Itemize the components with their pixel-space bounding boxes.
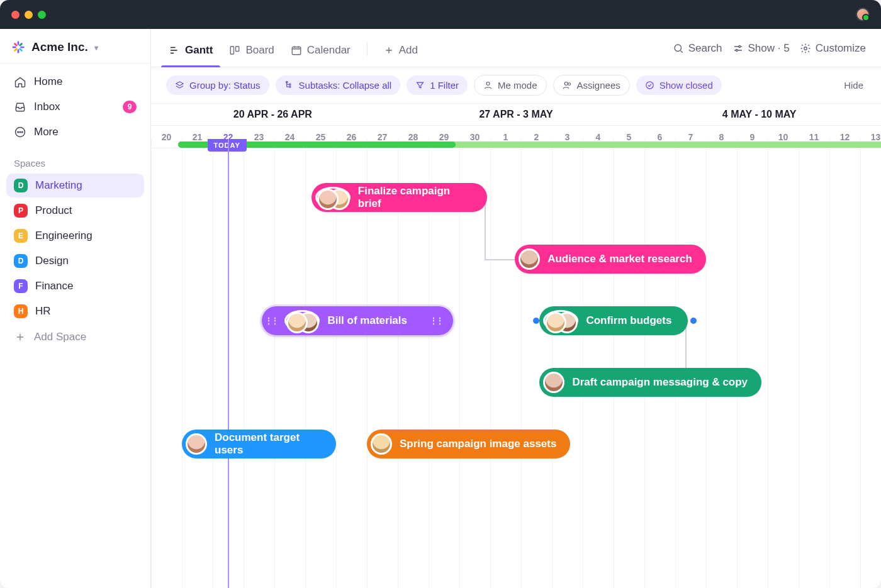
gantt-task[interactable]: Finalize campaign brief <box>311 183 487 212</box>
customize-button[interactable]: Customize <box>800 42 866 55</box>
me-mode-pill[interactable]: Me mode <box>474 75 547 96</box>
people-icon <box>563 80 572 90</box>
sidebar: Acme Inc. ▾ Home Inbox 9 More Spaces DMa… <box>0 29 151 588</box>
sidebar-space-hr[interactable]: HHR <box>6 299 144 323</box>
tab-divider <box>367 42 368 56</box>
spaces-heading: Spaces <box>0 147 150 172</box>
svg-point-8 <box>738 46 740 48</box>
week-header: 20 APR - 26 APR <box>151 104 395 125</box>
tab-calendar-label: Calendar <box>307 44 351 57</box>
plus-icon <box>384 45 394 55</box>
assignee-avatar <box>371 433 392 455</box>
home-icon <box>14 75 26 88</box>
hide-filters-button[interactable]: Hide <box>841 75 866 95</box>
chevron-down-icon: ▾ <box>94 43 98 52</box>
gantt-task[interactable]: Audience & market research <box>515 245 706 274</box>
gridline <box>614 139 614 588</box>
gantt-task[interactable]: ⋮⋮Bill of materials⋮⋮ <box>262 306 453 335</box>
nav-more[interactable]: More <box>6 120 144 144</box>
add-space-button[interactable]: Add Space <box>6 326 144 348</box>
nav-home[interactable]: Home <box>6 70 144 94</box>
nav-home-label: Home <box>34 75 62 88</box>
gantt-task[interactable]: Spring campaign image assets <box>367 430 570 458</box>
group-by-pill[interactable]: Group by: Status <box>166 75 269 95</box>
board-icon <box>229 45 240 56</box>
sliders-icon <box>732 43 744 54</box>
svg-point-14 <box>486 82 490 86</box>
dependency-handle[interactable] <box>533 318 539 324</box>
sidebar-space-design[interactable]: DDesign <box>6 249 144 273</box>
group-by-label: Group by: Status <box>189 80 261 91</box>
subtasks-icon <box>284 80 294 90</box>
gridline <box>860 139 861 588</box>
nav-inbox[interactable]: Inbox 9 <box>6 95 144 119</box>
add-space-label: Add Space <box>34 331 86 343</box>
tab-gantt[interactable]: Gantt <box>166 38 215 67</box>
gridline <box>799 139 799 588</box>
space-label: Engineering <box>35 230 93 242</box>
svg-point-16 <box>568 83 570 86</box>
space-badge: D <box>14 179 28 192</box>
gantt-task[interactable]: Confirm budgets <box>539 306 687 335</box>
gridline <box>305 139 306 588</box>
account-avatar[interactable] <box>856 8 870 21</box>
gridline <box>521 139 522 588</box>
sidebar-space-product[interactable]: PProduct <box>6 199 144 223</box>
add-view-button[interactable]: Add <box>381 38 420 67</box>
person-icon <box>483 80 493 90</box>
plus-icon <box>14 331 26 343</box>
gridline <box>829 139 830 588</box>
gantt-task[interactable]: Document target users <box>182 430 336 458</box>
filter-icon <box>415 80 425 90</box>
drag-handle-icon[interactable]: ⋮⋮ <box>430 316 442 325</box>
svg-point-17 <box>646 82 653 89</box>
svg-point-15 <box>564 82 568 86</box>
maximize-window-button[interactable] <box>38 11 46 19</box>
window-controls <box>11 11 46 19</box>
svg-point-12 <box>289 84 291 86</box>
gantt-timeline[interactable]: 20 APR - 26 APR27 APR - 3 MAY4 MAY - 10 … <box>151 104 881 588</box>
svg-rect-5 <box>236 47 239 52</box>
space-badge: E <box>14 229 28 243</box>
search-label: Search <box>688 42 722 55</box>
subtasks-pill[interactable]: Subtasks: Collapse all <box>276 75 401 95</box>
filter-label: 1 Filter <box>430 80 459 91</box>
close-window-button[interactable] <box>11 11 20 19</box>
workspace-switcher[interactable]: Acme Inc. ▾ <box>0 29 150 64</box>
assignees-label: Assignees <box>577 80 620 91</box>
show-closed-pill[interactable]: Show closed <box>636 75 722 95</box>
workspace-name: Acme Inc. <box>31 40 88 54</box>
window-titlebar <box>0 0 881 29</box>
gridline <box>552 139 553 588</box>
calendar-icon <box>291 45 302 56</box>
svg-rect-4 <box>231 47 234 54</box>
gear-icon <box>800 43 811 54</box>
gantt-task[interactable]: Draft campaign messaging & copy <box>539 368 761 397</box>
inbox-count-badge: 9 <box>123 101 137 113</box>
tab-calendar[interactable]: Calendar <box>288 38 353 67</box>
sidebar-space-finance[interactable]: FFinance <box>6 274 144 298</box>
drag-handle-icon[interactable]: ⋮⋮ <box>266 316 277 325</box>
tab-board[interactable]: Board <box>227 38 276 67</box>
assignees-pill[interactable]: Assignees <box>553 75 630 96</box>
search-icon <box>673 43 684 54</box>
gridline <box>274 139 275 588</box>
gridline <box>151 139 152 588</box>
space-label: Design <box>35 255 69 267</box>
gridline <box>644 139 645 588</box>
minimize-window-button[interactable] <box>25 11 33 19</box>
gantt-icon <box>169 45 180 56</box>
space-label: Marketing <box>35 179 82 192</box>
show-closed-label: Show closed <box>659 80 713 91</box>
assignee-avatar <box>186 433 207 455</box>
svg-rect-6 <box>292 47 301 55</box>
filter-pill[interactable]: 1 Filter <box>407 75 468 95</box>
sidebar-space-engineering[interactable]: EEngineering <box>6 224 144 248</box>
show-columns-button[interactable]: Show · 5 <box>732 42 790 55</box>
svg-point-10 <box>804 47 807 50</box>
gridline <box>490 139 491 588</box>
hide-label: Hide <box>844 80 863 91</box>
dependency-handle[interactable] <box>690 318 697 324</box>
sidebar-space-marketing[interactable]: DMarketing <box>6 174 144 197</box>
search-button[interactable]: Search <box>673 42 722 55</box>
